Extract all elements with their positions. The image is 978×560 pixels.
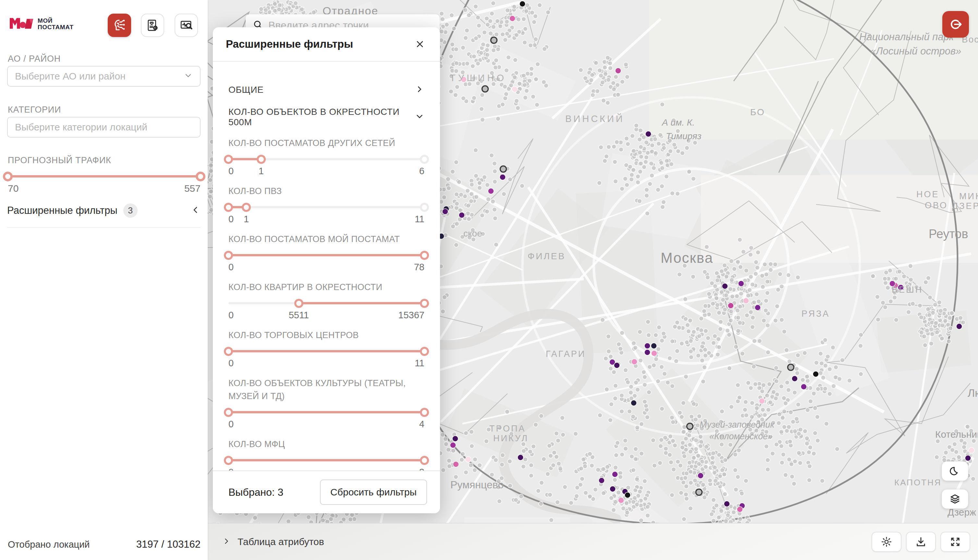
slider-handle[interactable]	[224, 347, 233, 356]
map-label: КАПОТНЯ	[894, 478, 942, 488]
dark-mode-button[interactable]	[942, 462, 968, 481]
map-label: ОВО	[925, 200, 948, 210]
slider-fill	[228, 254, 425, 256]
categories-select[interactable]: Выберите категории локаций	[7, 117, 200, 138]
search-analytics-button[interactable]	[175, 13, 198, 37]
traffic-range-slider[interactable]: 70557	[8, 171, 200, 196]
map-label: НИКУЛ	[493, 433, 528, 443]
ai-analysis-button[interactable]	[108, 13, 131, 37]
map-label: БО	[750, 107, 765, 117]
map-label: Котельники	[935, 429, 978, 440]
slider-rail[interactable]	[228, 455, 425, 466]
slider-track	[228, 206, 425, 208]
slider-value: 3	[419, 467, 425, 470]
report-settings-button[interactable]	[141, 13, 164, 37]
slider-handle[interactable]	[420, 408, 429, 417]
categories-label: КАТЕГОРИИ	[8, 105, 61, 115]
reset-filters-button[interactable]: Сбросить фильтры	[320, 480, 427, 505]
traffic-label: ПРОГНОЗНЫЙ ТРАФИК	[8, 155, 111, 165]
chevron-down-icon	[184, 71, 193, 82]
slider-values: 078	[228, 262, 425, 275]
slider-rail[interactable]	[228, 298, 425, 308]
map-label: ское	[463, 228, 482, 239]
slider-rail[interactable]	[228, 250, 425, 260]
map-label: ВЕШН	[892, 285, 923, 295]
slider-values: 011	[228, 358, 425, 371]
map-label: ГАГАРИ	[546, 349, 586, 359]
slider-value: 5511	[289, 310, 309, 320]
slider-handle[interactable]	[420, 299, 429, 308]
chevron-left-icon	[190, 205, 200, 217]
slider-value: 0	[228, 358, 233, 368]
slider-rail[interactable]	[228, 346, 425, 357]
slider-values: 0111	[228, 214, 425, 227]
map-label: Музей-заповедник	[700, 420, 774, 430]
selected-count-text: Выбрано: 3	[228, 487, 283, 498]
download-button[interactable]	[906, 532, 936, 552]
logout-button[interactable]	[942, 11, 969, 38]
modal-footer: Выбрано: 3 Сбросить фильтры	[213, 470, 440, 513]
slider-fill	[228, 350, 425, 352]
slider-handle[interactable]	[224, 203, 233, 212]
slider-group: КОЛ-ВО ПОСТАМАТОВ ДРУГИХ СЕТЕЙ016	[228, 137, 425, 179]
slider-value: 0	[228, 214, 233, 225]
slider-group: КОЛ-ВО ТОРГОВЫХ ЦЕНТРОВ011	[228, 329, 425, 371]
layers-button[interactable]	[942, 489, 968, 509]
slider-fill	[228, 459, 425, 462]
slider-handle[interactable]	[420, 456, 429, 465]
slider-handle[interactable]	[224, 251, 233, 260]
section-nearby-objects[interactable]: КОЛ-ВО ОБЪЕКТОВ В ОКРЕСТНОСТИ 500М	[228, 103, 425, 131]
chevron-down-icon	[415, 112, 425, 123]
close-icon[interactable]	[413, 37, 427, 51]
slider-label: КОЛ-ВО КВАРТИР В ОКРЕСТНОСТИ	[228, 281, 425, 293]
slider-handle[interactable]	[196, 172, 205, 182]
slider-value: 78	[414, 262, 425, 273]
attributes-bar: Таблица атрибутов	[208, 523, 978, 560]
slider-handle[interactable]	[224, 408, 233, 417]
slider-handle[interactable]	[294, 299, 303, 308]
map-label: Лю	[968, 387, 978, 399]
map-label: ВИНСКИЙ	[565, 113, 625, 124]
slider-value: 11	[415, 358, 425, 368]
settings-button[interactable]	[871, 532, 901, 552]
slider-value: 6	[419, 166, 425, 177]
slider-handle[interactable]	[3, 172, 13, 182]
chevron-right-icon[interactable]	[222, 537, 231, 547]
attributes-table-label[interactable]: Таблица атрибутов	[238, 536, 324, 547]
map-label: ТРОПА	[489, 424, 526, 434]
locations-count-value: 3197 / 103162	[136, 538, 200, 550]
map-label: Национальный парк	[859, 31, 954, 43]
slider-rail[interactable]	[228, 154, 425, 165]
slider-value: 0	[228, 467, 233, 470]
locations-counter: Отобрано локаций 3197 / 103162	[8, 538, 200, 550]
slider-fill	[299, 302, 425, 304]
section-general[interactable]: ОБЩИЕ	[228, 76, 425, 103]
ao-district-select[interactable]: Выберите АО или район	[7, 66, 200, 87]
slider-value: 4	[419, 419, 425, 430]
slider-handle[interactable]	[224, 155, 233, 164]
slider-label: КОЛ-ВО ПВЗ	[228, 185, 425, 198]
brand-logo-mark-icon	[10, 15, 33, 32]
map-label: Москва	[661, 250, 713, 266]
slider-label: КОЛ-ВО ОБЪЕКТОВ КУЛЬТУРЫ (ТЕАТРЫ, МУЗЕЙ …	[228, 377, 425, 403]
slider-group: КОЛ-ВО ПОСТАМАТОВ МОЙ ПОСТАМАТ078	[228, 233, 425, 275]
slider-rail[interactable]	[228, 407, 425, 418]
ao-district-label: АО / РАЙОН	[8, 54, 61, 64]
slider-group: КОЛ-ВО КВАРТИР В ОКРЕСТНОСТИ0551115367	[228, 281, 425, 323]
slider-handle[interactable]	[224, 456, 233, 465]
chevron-right-icon	[415, 84, 425, 95]
slider-rail[interactable]	[8, 171, 200, 182]
slider-handle[interactable]	[420, 251, 429, 260]
slider-fill	[228, 158, 261, 160]
fullscreen-button[interactable]	[940, 532, 970, 552]
slider-rail[interactable]	[228, 202, 425, 213]
slider-handle[interactable]	[420, 347, 429, 356]
slider-group: КОЛ-ВО ОБЪЕКТОВ КУЛЬТУРЫ (ТЕАТРЫ, МУЗЕЙ …	[228, 377, 425, 432]
slider-list: КОЛ-ВО ПОСТАМАТОВ ДРУГИХ СЕТЕЙ016КОЛ-ВО …	[228, 137, 425, 470]
divider	[7, 227, 200, 228]
advanced-filters-modal: Расширенные фильтры ОБЩИЕ КОЛ-ВО ОБЪЕКТО…	[213, 27, 440, 513]
app: ОтрадноеНациональный парк«Лосиный остров…	[0, 0, 978, 560]
slider-handle[interactable]	[242, 203, 251, 212]
advanced-filters-toggle[interactable]: Расширенные фильтры 3	[7, 201, 200, 220]
slider-handle[interactable]	[257, 155, 266, 164]
